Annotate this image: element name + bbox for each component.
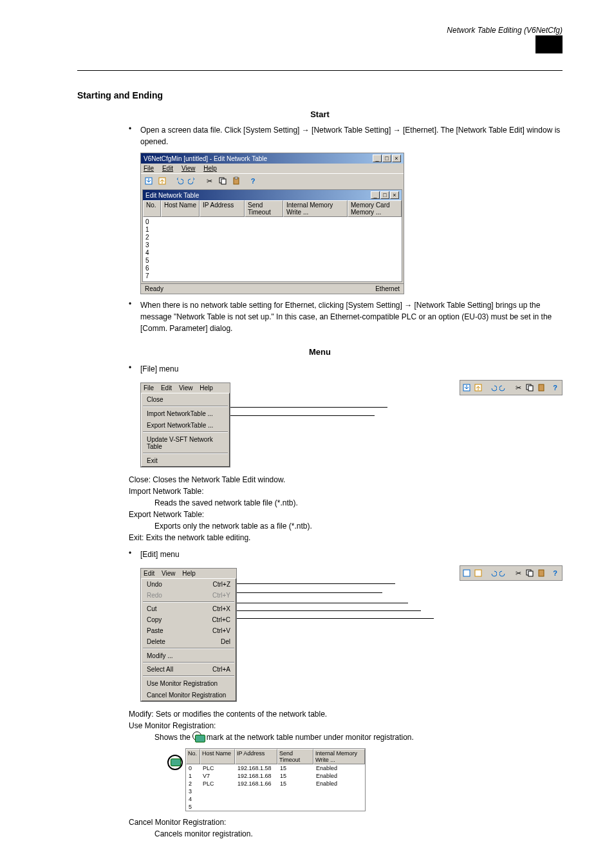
copy-icon[interactable] [524,382,535,393]
help-icon[interactable]: ? [550,567,561,579]
table-row[interactable]: 3 [145,241,399,249]
import-icon[interactable] [142,175,155,187]
table-row[interactable]: 0 [145,218,399,226]
import-icon[interactable] [461,567,472,579]
menu-edit[interactable]: Edit [144,570,154,577]
window-title: V6NetCfgMin [untitled] - Edit Network Ta… [144,155,267,162]
undo-icon[interactable] [487,567,498,579]
col-memcard[interactable]: Memory Card Memory ... [348,200,402,217]
edit-menu-notes: Modify: Sets or modifies the contents of… [129,708,563,743]
menu-item-import[interactable]: Import NetworkTable ... [142,408,229,419]
col-internal[interactable]: Internal Memory Write ... [283,200,348,217]
copy-icon[interactable] [524,567,535,579]
table-row[interactable]: 5 [145,257,399,265]
menu-help[interactable]: Help [200,384,213,392]
menu-view[interactable]: View [181,165,196,172]
cut-icon[interactable]: ✂ [203,175,216,187]
menu-item-paste[interactable]: PasteCtrl+V [142,625,236,636]
export-icon[interactable] [156,175,169,187]
menu-item-undo[interactable]: UndoCtrl+Z [142,579,236,590]
help-icon[interactable]: ? [247,175,259,187]
col-timeout[interactable]: Send Timeout [245,200,283,217]
table-row[interactable]: 3 [186,788,365,795]
svg-rect-14 [528,571,533,576]
section-title: Starting and Ending [77,90,563,100]
menu-view[interactable]: View [162,570,176,577]
menu-item-select-all[interactable]: Select AllCtrl+A [142,664,236,675]
menu-edit[interactable]: Edit [161,384,172,392]
table-row[interactable]: 4 [145,249,399,257]
menu-item-update[interactable]: Update V-SFT Network Table [142,433,229,452]
menu-file[interactable]: File [144,165,154,172]
menu-heading: Menu [77,347,563,357]
col-ip[interactable]: IP Address [200,200,245,217]
svg-rect-9 [528,386,533,391]
menu-item-use-monitor[interactable]: Use Monitor Registration [142,677,236,689]
svg-rect-10 [539,384,544,391]
svg-rect-3 [221,179,226,184]
help-icon[interactable]: ? [550,382,561,393]
menu-item-modify[interactable]: Modify ... [142,650,236,661]
cut-icon[interactable]: ✂ [513,382,524,393]
paste-icon[interactable] [535,382,546,393]
menubar[interactable]: File Edit View Help [141,164,404,173]
statusbar: Ready Ethernet [141,283,404,294]
svg-rect-12 [475,570,481,576]
table-row[interactable]: 0PLC192.168.1.5815Enabled [186,764,365,772]
menu-item-export[interactable]: Export NetworkTable ... [142,419,229,431]
col-no: No. [186,749,200,764]
table-row[interactable]: 1 [145,226,399,234]
table-row[interactable]: 4 [186,795,365,803]
menu-item-exit[interactable]: Exit [142,455,229,466]
paste-icon[interactable] [535,567,546,579]
menu-help[interactable]: Help [182,570,196,577]
menu-view[interactable]: View [179,384,193,392]
minimize-icon[interactable]: _ [371,191,380,199]
close-icon[interactable]: × [390,191,399,199]
maximize-icon[interactable]: □ [382,155,391,162]
redo-icon[interactable] [186,175,199,187]
minimize-icon[interactable]: _ [373,155,382,162]
bullet-dot: • [129,549,140,560]
menu-edit[interactable]: Edit [162,165,173,172]
export-icon[interactable] [473,567,484,579]
col-no[interactable]: No. [143,200,161,217]
bullet-dot: • [129,363,140,375]
menu-help[interactable]: Help [203,165,217,172]
file-menu-dropdown: File Edit View Help Close Import Network… [140,382,230,467]
import-icon[interactable] [461,382,472,393]
cut-icon[interactable]: ✂ [513,567,524,579]
menubar: File Edit View Help [141,383,230,393]
redo-icon[interactable] [499,382,510,393]
table-row[interactable]: 7 [145,272,399,280]
bullet-4-text: [Edit] menu [140,549,563,560]
table-row[interactable]: 2PLC192.168.1.6615Enabled [186,780,365,788]
menu-item-cut[interactable]: CutCtrl+X [142,603,236,614]
edit-menu-dropdown: Edit View Help UndoCtrl+Z RedoCtrl+Y Cut… [140,568,237,702]
col-ip: IP Address [235,749,277,764]
maximize-icon[interactable]: □ [380,191,389,199]
menu-item-close[interactable]: Close [142,393,229,405]
menu-item-copy[interactable]: CopyCtrl+C [142,614,236,625]
monitor-registration-icon [167,755,183,770]
col-host[interactable]: Host Name [161,200,200,217]
paste-icon[interactable] [230,175,243,187]
undo-icon[interactable] [172,175,185,187]
table-row[interactable]: 2 [145,234,399,241]
copy-icon[interactable] [216,175,229,187]
table-body[interactable]: 0 1 2 3 4 5 6 7 [143,217,402,281]
col-timeout: Send Timeout [277,749,313,764]
menu-item-redo: RedoCtrl+Y [142,590,236,601]
close-icon[interactable]: × [392,155,401,162]
undo-icon[interactable] [487,382,498,393]
menu-file[interactable]: File [144,384,154,392]
bullet-2-text: When there is no network table setting f… [140,299,563,334]
table-row[interactable]: 1V7192.168.1.6815Enabled [186,772,365,780]
table-row[interactable]: 6 [145,265,399,272]
table-row[interactable]: 5 [186,803,365,811]
redo-icon[interactable] [499,567,510,579]
menu-item-cancel-monitor[interactable]: Cancel Monitor Registration [142,689,236,701]
menu-item-delete[interactable]: DeleteDel [142,636,236,647]
export-icon[interactable] [473,382,484,393]
chapter-tab [535,35,563,53]
